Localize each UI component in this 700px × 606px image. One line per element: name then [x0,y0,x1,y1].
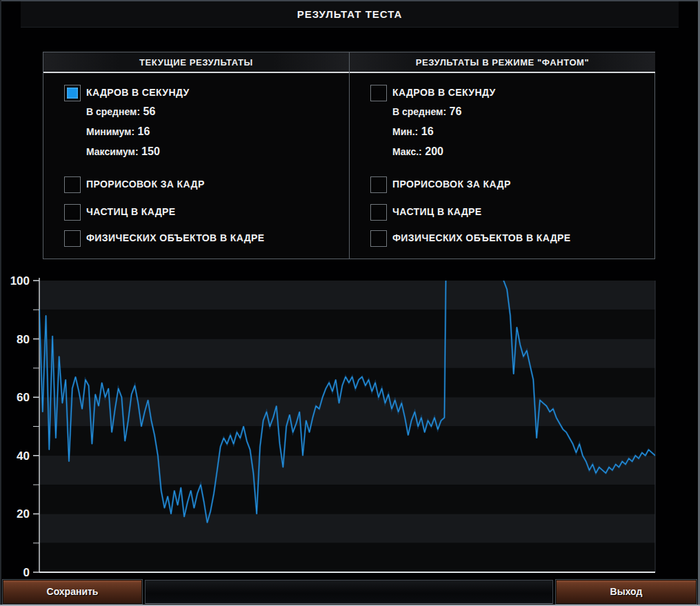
physics-objects-checkbox[interactable] [64,230,81,247]
stat-minimum-phantom: Мин.: 16 [392,125,434,138]
physics-objects-label-phantom: ФИЗИЧЕСКИХ ОБЪЕКТОВ В КАДРЕ [392,232,571,243]
fps-label: КАДРОВ В СЕКУНДУ [86,87,190,98]
panel-phantom-results: РЕЗУЛЬТАТЫ В РЕЖИМЕ "ФАНТОМ" КАДРОВ В СЕ… [349,52,655,259]
page-title: РЕЗУЛЬТАТ ТЕСТА [21,1,679,28]
panel-body-current: КАДРОВ В СЕКУНДУ В среднем: 56 Минимум: … [43,73,349,259]
svg-text:20: 20 [17,507,30,521]
fps-checkbox[interactable] [64,85,81,101]
drawcalls-label-phantom: ПРОРИСОВОК ЗА КАДР [392,179,511,190]
panel-header-phantom: РЕЗУЛЬТАТЫ В РЕЖИМЕ "ФАНТОМ" [350,52,655,73]
exit-button[interactable]: Выход [556,580,697,604]
results-panel: ТЕКУЩИЕ РЕЗУЛЬТАТЫ КАДРОВ В СЕКУНДУ В ср… [43,52,655,259]
panel-header-current: ТЕКУЩИЕ РЕЗУЛЬТАТЫ [43,52,349,73]
drawcalls-checkbox-phantom[interactable] [370,176,387,193]
stat-maximum-phantom: Макс.: 200 [392,145,443,158]
panel-body-phantom: КАДРОВ В СЕКУНДУ В среднем: 76 Мин.: 16 … [350,73,655,259]
svg-text:80: 80 [17,333,30,346]
stat-maximum: Максимум: 150 [86,145,160,158]
checkbox-fill-icon [67,88,78,99]
drawcalls-label: ПРОРИСОВОК ЗА КАДР [86,179,205,190]
svg-text:60: 60 [17,391,30,404]
drawcalls-checkbox[interactable] [64,176,81,193]
svg-text:40: 40 [17,450,30,463]
particles-label: ЧАСТИЦ В КАДРЕ [86,206,176,217]
save-button[interactable]: Сохранить [3,580,142,604]
footer-spacer [145,580,553,604]
physics-objects-checkbox-phantom[interactable] [370,230,387,247]
stat-average-phantom: В среднем: 76 [392,105,461,118]
particles-checkbox-phantom[interactable] [370,204,387,221]
particles-label-phantom: ЧАСТИЦ В КАДРЕ [392,206,482,217]
stat-average: В среднем: 56 [86,105,155,118]
physics-objects-label: ФИЗИЧЕСКИХ ОБЪЕКТОВ В КАДРЕ [86,232,265,243]
fps-checkbox-phantom[interactable] [370,85,387,101]
particles-checkbox[interactable] [64,204,81,221]
fps-chart: 020406080100 [0,264,679,583]
svg-text:0: 0 [23,566,30,579]
svg-text:100: 100 [10,274,30,287]
fps-label-phantom: КАДРОВ В СЕКУНДУ [392,87,496,98]
stat-minimum: Минимум: 16 [86,125,150,138]
panel-current-results: ТЕКУЩИЕ РЕЗУЛЬТАТЫ КАДРОВ В СЕКУНДУ В ср… [43,52,349,259]
